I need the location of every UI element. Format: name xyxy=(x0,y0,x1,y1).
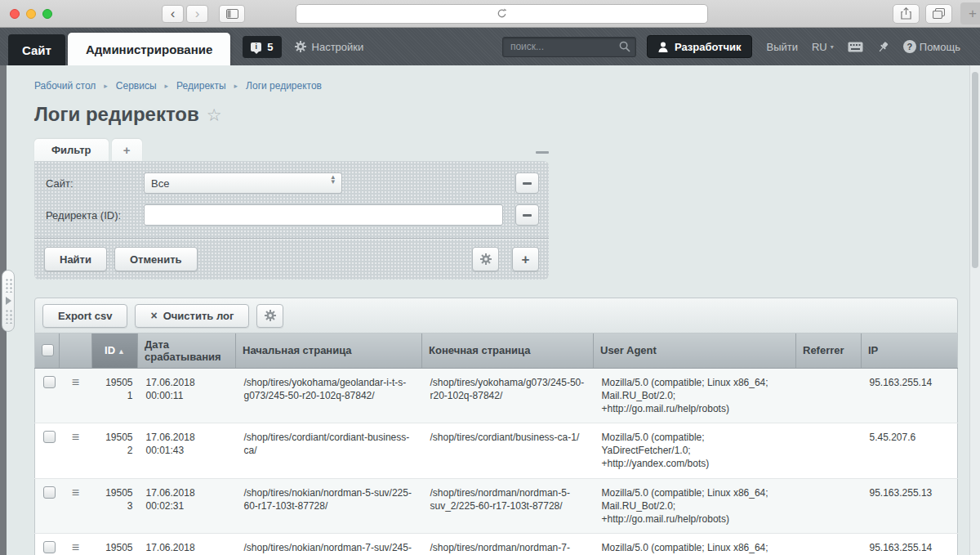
admin-search xyxy=(502,37,636,57)
table-body: ≡ 195051 17.06.2018 00:00:11 /shop/tires… xyxy=(35,368,958,555)
plus-icon: + xyxy=(522,253,530,266)
find-button[interactable]: Найти xyxy=(44,247,107,271)
filter-settings-button[interactable] xyxy=(472,247,499,271)
tabs-icon xyxy=(933,8,945,19)
column-header-date[interactable]: Дата срабатывания xyxy=(138,333,236,368)
table-row: ≡ 195052 17.06.2018 00:01:43 /shop/tires… xyxy=(35,423,958,479)
language-label: RU xyxy=(812,41,827,53)
search-icon[interactable] xyxy=(619,41,630,52)
cancel-button-label: Отменить xyxy=(130,253,182,266)
remove-id-field-button[interactable] xyxy=(515,204,539,226)
cell-ip: 95.163.255.13 xyxy=(862,478,958,534)
menu-expander-handle[interactable] xyxy=(2,270,15,332)
user-menu-button[interactable]: Разработчик xyxy=(647,35,753,58)
forward-button[interactable]: › xyxy=(186,5,208,23)
filter-tab[interactable]: Фильтр xyxy=(34,139,109,161)
row-checkbox[interactable] xyxy=(43,486,56,499)
search-input[interactable] xyxy=(502,37,636,57)
share-button[interactable] xyxy=(893,4,920,24)
cancel-button[interactable]: Отменить xyxy=(114,247,198,271)
hotkeys-button[interactable] xyxy=(848,42,863,52)
row-checkbox[interactable] xyxy=(43,541,56,553)
export-csv-button[interactable]: Export csv xyxy=(42,304,127,328)
breadcrumb-link-redirects[interactable]: Редиректы xyxy=(176,80,225,92)
redirect-id-field-label: Редиректа (ID): xyxy=(46,209,144,222)
collapse-filter-button[interactable] xyxy=(536,151,549,154)
column-header-user-agent[interactable]: User Agent xyxy=(594,333,796,368)
tab-administration[interactable]: Администрирование xyxy=(68,33,230,65)
clear-log-label: Очистить лог xyxy=(163,310,234,322)
site-select-value: Все xyxy=(151,177,169,190)
favorite-star-icon[interactable]: ☆ xyxy=(207,106,222,123)
redirect-log-grid: Export csv × Очистить лог xyxy=(34,298,958,555)
scrollbar-thumb[interactable] xyxy=(972,72,978,268)
cell-id: 195054 xyxy=(92,534,138,555)
cell-date: 17.06.2018 00:00:11 xyxy=(138,368,236,423)
user-icon xyxy=(658,42,668,52)
info-bubble-icon: i xyxy=(251,43,261,51)
back-button[interactable]: ‹ xyxy=(162,5,184,23)
window-controls xyxy=(10,9,52,19)
redirect-id-input[interactable] xyxy=(144,204,503,226)
row-checkbox[interactable] xyxy=(43,376,56,388)
close-window-button[interactable] xyxy=(10,9,20,19)
add-filter-tab-button[interactable]: + xyxy=(112,139,142,161)
table-row: ≡ 195054 17.06.2018 00:03:19 /shop/tires… xyxy=(35,534,958,555)
column-header-from[interactable]: Начальная страница xyxy=(236,333,422,368)
column-header-to[interactable]: Конечная страница xyxy=(422,333,594,368)
logout-link[interactable]: Выйти xyxy=(766,41,798,53)
notifications-badge[interactable]: i 5 xyxy=(243,36,281,58)
zoom-window-button[interactable] xyxy=(42,9,52,19)
language-dropdown[interactable]: RU ▾ xyxy=(812,41,834,53)
site-select[interactable]: Все ▴▾ xyxy=(144,172,342,194)
breadcrumb-separator-icon: ▸ xyxy=(234,82,238,90)
cell-user-agent: Mozilla/5.0 (compatible; YaDirectFetcher… xyxy=(594,423,796,479)
row-menu-icon[interactable]: ≡ xyxy=(72,486,79,499)
close-icon: × xyxy=(150,309,157,322)
minimize-window-button[interactable] xyxy=(26,9,36,19)
breadcrumb-separator-icon: ▸ xyxy=(165,82,169,90)
cell-date: 17.06.2018 00:01:43 xyxy=(138,423,236,479)
admin-content: Рабочий стол ▸ Сервисы ▸ Редиректы ▸ Лог… xyxy=(0,65,980,555)
address-bar[interactable] xyxy=(296,4,708,24)
column-header-ip[interactable]: IP xyxy=(862,333,958,368)
pin-button[interactable] xyxy=(877,41,889,53)
help-label: Помощь xyxy=(920,41,960,53)
sort-ascending-icon: ▲ xyxy=(118,347,125,356)
id-header-label: ID xyxy=(105,344,115,356)
settings-menu[interactable]: Настройки xyxy=(295,41,364,53)
cell-referrer xyxy=(796,478,862,534)
breadcrumb-link-services[interactable]: Сервисы xyxy=(116,80,157,92)
cell-ip: 95.163.255.14 xyxy=(862,368,958,423)
share-icon xyxy=(901,7,911,20)
column-header-referrer[interactable]: Referrer xyxy=(796,333,862,368)
row-checkbox[interactable] xyxy=(43,431,56,443)
row-menu-icon[interactable]: ≡ xyxy=(72,375,79,389)
reload-icon[interactable] xyxy=(497,8,507,19)
breadcrumb-link-redirect-logs[interactable]: Логи редиректов xyxy=(246,80,322,92)
cell-user-agent: Mozilla/5.0 (compatible; Linux x86_64; M… xyxy=(594,534,796,555)
column-header-id[interactable]: ID▲ xyxy=(92,333,138,368)
page-scrollbar[interactable] xyxy=(969,65,980,555)
tab-overview-button[interactable] xyxy=(925,4,952,24)
row-menu-icon[interactable]: ≡ xyxy=(72,430,79,444)
keyboard-icon xyxy=(848,42,863,52)
grid-settings-button[interactable] xyxy=(256,304,283,328)
add-filter-field-button[interactable]: + xyxy=(512,247,539,271)
sidebar-toggle-button[interactable] xyxy=(219,5,245,23)
tab-site-label: Сайт xyxy=(22,43,51,57)
new-tab-button[interactable]: + xyxy=(960,2,980,25)
clear-log-button[interactable]: × Очистить лог xyxy=(135,304,249,328)
export-csv-label: Export csv xyxy=(58,310,112,322)
cell-id: 195053 xyxy=(92,478,138,534)
tab-site[interactable]: Сайт xyxy=(8,34,65,65)
gear-icon xyxy=(295,41,306,52)
settings-label: Настройки xyxy=(312,41,364,53)
cell-date: 17.06.2018 00:02:31 xyxy=(138,478,236,534)
help-link[interactable]: ? Помощь xyxy=(903,40,960,53)
remove-site-field-button[interactable] xyxy=(515,172,539,194)
browser-actions: + xyxy=(887,2,980,25)
select-all-checkbox[interactable] xyxy=(42,344,54,356)
row-menu-icon[interactable]: ≡ xyxy=(72,540,79,554)
breadcrumb-link-desktop[interactable]: Рабочий стол xyxy=(34,80,96,92)
